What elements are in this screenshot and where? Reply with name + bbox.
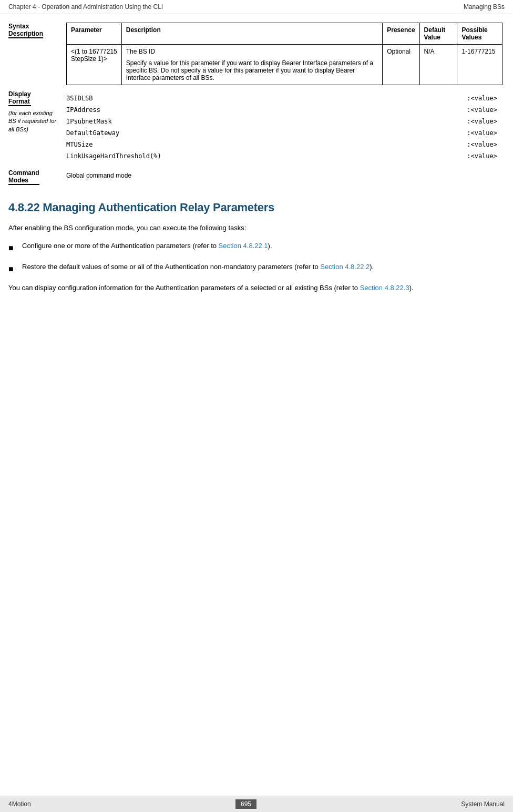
df-val-ipsubnetmask: :<value>: [467, 118, 502, 125]
command-modes-label: Command Modes: [8, 169, 39, 185]
df-key-defaultgateway: DefaultGateway: [66, 129, 467, 137]
display-format-content: BSIDLSB :<value> IPAddress :<value> IPsu…: [66, 90, 502, 162]
df-row-mtusize: MTUSize :<value>: [66, 139, 502, 150]
table-row: <(1 to 16777215StepSize 1)> The BS ID Sp…: [67, 45, 502, 85]
link-section-4-8-22-3[interactable]: Section 4.8.22.3: [360, 284, 409, 292]
df-val-defaultgateway: :<value>: [467, 129, 502, 137]
col-presence: Presence: [383, 23, 419, 45]
df-row-defaultgateway: DefaultGateway :<value>: [66, 127, 502, 139]
df-row-bsidlsb: BSIDLSB :<value>: [66, 92, 502, 104]
header-left: Chapter 4 - Operation and Administration…: [8, 3, 163, 11]
bullet-icon-1: ■: [8, 242, 18, 254]
df-key-mtusize: MTUSize: [66, 141, 467, 148]
df-val-ipaddress: :<value>: [467, 106, 502, 114]
bullet-list: ■ Configure one or more of the Authentic…: [8, 241, 502, 275]
outro-text: You can display configuration informatio…: [8, 283, 502, 293]
link-section-4-8-22-1[interactable]: Section 4.8.22.1: [219, 242, 268, 250]
page-wrapper: Chapter 4 - Operation and Administration…: [0, 0, 513, 812]
df-val-mtusize: :<value>: [467, 141, 502, 148]
command-modes-section: Command Modes Global command mode: [8, 169, 502, 188]
cell-possible: 1-16777215: [457, 45, 502, 85]
col-possible: Possible Values: [457, 23, 502, 45]
command-modes-content: Global command mode: [66, 169, 502, 188]
bullet-text-1: Configure one or more of the Authenticat…: [22, 241, 272, 251]
cell-presence: Optional: [383, 45, 419, 85]
display-format-sublabel: (for each existing BS if requested for a…: [8, 109, 61, 133]
syntax-label: Syntax Description: [8, 23, 43, 38]
df-key-ipaddress: IPAddress: [66, 106, 467, 114]
display-format-section: Display Format (for each existing BS if …: [8, 90, 502, 162]
syntax-table-wrapper: Parameter Description Presence Default V…: [66, 23, 502, 85]
df-val-bsidlsb: :<value>: [467, 95, 502, 102]
df-key-bsidlsb: BSIDLSB: [66, 95, 467, 102]
list-item-2: ■ Restore the default values of some or …: [8, 262, 502, 275]
bullet-text-2: Restore the default values of some or al…: [22, 262, 374, 272]
df-key-linkusage: LinkUsageHardThreshold(%): [66, 152, 467, 160]
display-format-label: Display Format: [8, 90, 31, 106]
col-default: Default Value: [419, 23, 457, 45]
intro-text: After enabling the BS configuration mode…: [8, 223, 502, 233]
page-footer: 4Motion 695 System Manual: [0, 796, 513, 812]
footer-left: 4Motion: [8, 800, 31, 808]
content-area: Syntax Description Parameter Description…: [0, 14, 513, 812]
outro-before: You can display configuration informatio…: [8, 284, 360, 292]
display-format-label-wrapper: Display Format (for each existing BS if …: [8, 90, 66, 162]
bullet-2-before: Restore the default values of some or al…: [22, 263, 320, 271]
syntax-section: Syntax Description Parameter Description…: [8, 23, 502, 85]
df-row-linkusage: LinkUsageHardThreshold(%) :<value>: [66, 150, 502, 162]
df-key-ipsubnetmask: IPsubnetMask: [66, 118, 467, 125]
outro-end: ).: [409, 284, 414, 292]
syntax-label-wrapper: Syntax Description: [8, 23, 66, 85]
list-item-1: ■ Configure one or more of the Authentic…: [8, 241, 502, 254]
command-modes-label-wrapper: Command Modes: [8, 169, 66, 188]
cell-default: N/A: [419, 45, 457, 85]
page-number: 695: [235, 799, 256, 809]
header-right: Managing BSs: [464, 3, 505, 11]
param-table: Parameter Description Presence Default V…: [66, 23, 502, 85]
command-modes-text: Global command mode: [66, 172, 131, 179]
main-section-heading: 4.8.22 Managing Authentication Relay Par…: [8, 201, 502, 214]
df-val-linkusage: :<value>: [467, 152, 502, 160]
df-row-ipaddress: IPAddress :<value>: [66, 104, 502, 116]
bullet-1-after: ).: [268, 242, 272, 250]
cell-description: The BS ID Specify a value for this param…: [121, 45, 382, 85]
bullet-2-after: ).: [370, 263, 374, 271]
col-parameter: Parameter: [67, 23, 122, 45]
cell-parameter: <(1 to 16777215StepSize 1)>: [67, 45, 122, 85]
col-description: Description: [121, 23, 382, 45]
page-header: Chapter 4 - Operation and Administration…: [0, 0, 513, 14]
bullet-1-before: Configure one or more of the Authenticat…: [22, 242, 219, 250]
df-row-ipsubnetmask: IPsubnetMask :<value>: [66, 116, 502, 127]
bullet-icon-2: ■: [8, 263, 18, 275]
link-section-4-8-22-2[interactable]: Section 4.8.22.2: [320, 263, 370, 271]
footer-right: System Manual: [461, 800, 505, 808]
